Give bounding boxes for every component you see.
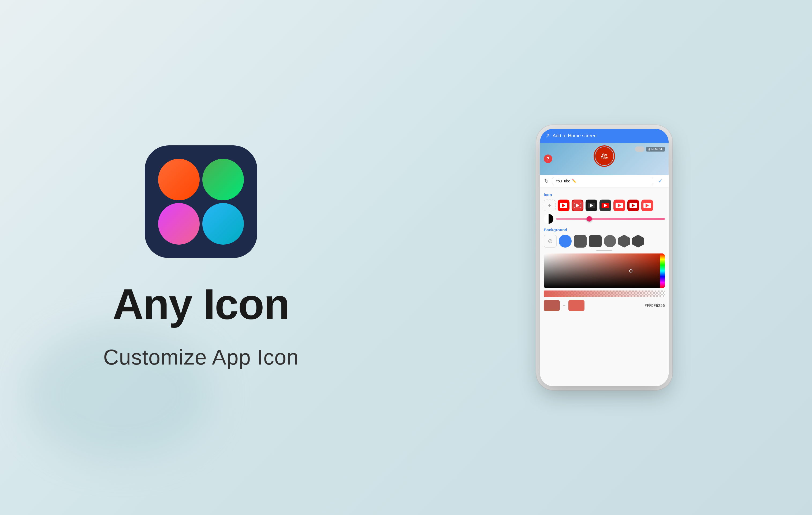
shape-rect-item[interactable]: [589, 235, 602, 247]
opacity-slider[interactable]: [544, 291, 665, 297]
color-gradient-box[interactable]: [544, 253, 665, 288]
logo-circle-orange: [158, 159, 200, 200]
logo-grid: [158, 159, 244, 245]
phone-header: ↗ Add to Home screen: [540, 129, 669, 143]
shape-circle-item[interactable]: [559, 235, 572, 248]
yt-variant-2[interactable]: [572, 199, 583, 211]
shape-none-item[interactable]: ⊘: [544, 235, 557, 248]
shape-squircle2: [604, 235, 616, 247]
yt-rect-2: [574, 203, 581, 208]
add-home-icon: ↗: [545, 133, 550, 139]
yt-variant-1[interactable]: [558, 199, 570, 211]
yt-play-5: [618, 203, 621, 208]
phone-content[interactable]: Icon +: [540, 188, 669, 386]
yt-text-tube: Tube: [601, 156, 608, 159]
background-section-title: Background: [544, 227, 665, 232]
edit-icon: ✏️: [572, 179, 576, 183]
shape-squircle-item[interactable]: [574, 235, 587, 248]
remove-toggle[interactable]: [635, 146, 644, 152]
phone-mockup: ↗ Add to Home screen ? You Tube 🗑 REMOVE: [540, 129, 669, 386]
yt-variant-6[interactable]: [627, 199, 639, 211]
yt-variant-7[interactable]: [641, 199, 653, 211]
phone-wallpaper: ? You Tube 🗑 REMOVE: [540, 143, 669, 175]
bw-circle: [544, 214, 553, 224]
yt-rect-7: [643, 203, 651, 208]
question-btn[interactable]: ?: [544, 155, 552, 163]
color-cursor: [629, 269, 633, 273]
slider-row: [544, 214, 665, 224]
yt-rect-5: [615, 203, 623, 208]
yt-play-4: [604, 203, 607, 208]
sub-title: Customize App Icon: [103, 345, 298, 370]
left-panel: Any Icon Customize App Icon: [0, 0, 402, 515]
yt-variant-4[interactable]: [600, 199, 611, 211]
hex-value[interactable]: #FFDF6256: [644, 303, 665, 308]
shape-row: ⊘: [544, 235, 665, 248]
yt-play-3: [590, 203, 593, 208]
remove-label: REMOVE: [651, 148, 663, 151]
shape-hex1-item[interactable]: [618, 235, 630, 248]
opacity-fill: [544, 291, 665, 297]
right-panel: ↗ Add to Home screen ? You Tube 🗑 REMOVE: [424, 13, 785, 502]
logo-circle-blue: [202, 203, 244, 245]
shape-hex1: [618, 235, 630, 248]
yt-label-box: YouTube ✏️: [552, 177, 653, 185]
bw-slider-track[interactable]: [556, 218, 665, 220]
yt-rect-4: [602, 203, 609, 208]
bw-slider-thumb[interactable]: [587, 216, 592, 221]
logo-circle-pink: [158, 203, 200, 245]
add-icon-btn[interactable]: +: [544, 199, 555, 211]
yt-play-1: [562, 203, 565, 208]
color-swatch-old: [544, 300, 560, 311]
color-picker-area: [544, 253, 665, 288]
yt-rect-1: [560, 203, 567, 208]
color-preview-row: → #FFDF6256: [544, 299, 665, 312]
shape-circle: [559, 235, 572, 248]
yt-icon-inner: You Tube: [595, 147, 613, 165]
add-home-label: Add to Home screen: [553, 133, 597, 139]
yt-variant-5[interactable]: [613, 199, 625, 211]
remove-icon: 🗑: [648, 148, 651, 151]
yt-variant-3[interactable]: [585, 199, 597, 211]
main-title: Any Icon: [113, 279, 289, 329]
checkmark-btn[interactable]: ✓: [656, 177, 664, 185]
shape-rect: [589, 235, 602, 247]
app-logo: [145, 145, 257, 258]
yt-play-2: [576, 203, 579, 208]
remove-btn[interactable]: 🗑 REMOVE: [646, 147, 665, 152]
shape-hex2: [632, 235, 644, 248]
yt-icon-preview: You Tube: [593, 145, 615, 167]
shape-squircle2-item[interactable]: [604, 235, 616, 247]
logo-circle-green: [202, 159, 244, 200]
arrow-icon: →: [562, 303, 566, 308]
icon-section-title: Icon: [544, 192, 665, 197]
refresh-icon[interactable]: ↻: [544, 178, 549, 184]
yt-rect-3: [588, 203, 595, 208]
shape-hex2-item[interactable]: [632, 235, 644, 248]
background-section: Background ⊘: [544, 227, 665, 312]
refresh-row: ↻ YouTube ✏️ ✓: [540, 175, 669, 188]
shape-squircle: [574, 235, 587, 248]
scroll-indicator: [596, 250, 612, 251]
yt-label-text: YouTube: [555, 179, 570, 183]
color-hue-bar[interactable]: [660, 253, 665, 288]
icon-section: Icon +: [544, 192, 665, 224]
yt-rect-6: [630, 203, 637, 208]
yt-play-7: [645, 203, 649, 208]
yt-play-6: [632, 203, 635, 208]
color-swatch-new: [569, 300, 584, 311]
icon-row: +: [544, 199, 665, 211]
remove-area: 🗑 REMOVE: [635, 146, 665, 152]
shape-none: ⊘: [544, 235, 557, 248]
